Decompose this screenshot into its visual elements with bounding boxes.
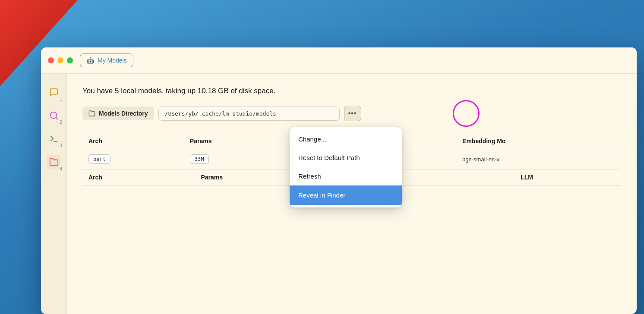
folder-small-icon — [88, 110, 95, 117]
tab-label: My Models — [98, 57, 127, 64]
disk-info-text: You have 5 local models, taking up 10.18… — [82, 87, 621, 95]
search-icon — [49, 111, 59, 120]
sidebar-item-chat[interactable]: 1 — [41, 81, 66, 104]
terminal-icon-wrap — [47, 132, 61, 146]
cell-params: 33M — [184, 149, 285, 170]
llm-col-type: LLM — [515, 170, 621, 185]
params-badge: 33M — [190, 154, 209, 164]
search-icon-wrap — [47, 108, 61, 123]
more-dots-label: ••• — [348, 110, 357, 117]
folder-icon-wrap — [47, 155, 61, 170]
sidebar-item-search[interactable]: 2 — [41, 104, 66, 127]
dropdown-item-reset[interactable]: Reset to Default Path — [290, 148, 402, 167]
cell-arch: bert — [82, 149, 184, 170]
close-button[interactable] — [48, 57, 54, 63]
more-options-button[interactable]: ••• — [344, 106, 361, 121]
sidebar-badge-terminal: 3 — [60, 143, 62, 148]
window-controls — [48, 57, 73, 63]
window-body: 1 2 3 — [41, 74, 637, 314]
cell-embedding: bge-small-en-v — [456, 149, 621, 170]
minimize-button[interactable] — [57, 57, 63, 63]
svg-line-1 — [56, 117, 57, 119]
title-bar: 🤖 My Models — [41, 47, 637, 74]
directory-row: Models Directory /Users/yb/.cache/lm-stu… — [82, 106, 621, 121]
col-params: Params — [184, 133, 285, 149]
sidebar-item-terminal[interactable]: 3 — [41, 127, 66, 151]
sidebar-badge-chat: 1 — [60, 97, 62, 101]
main-content: You have 5 local models, taking up 10.18… — [67, 74, 637, 314]
chat-icon-wrap — [47, 85, 61, 100]
dropdown-item-reveal[interactable]: Reveal in Finder ➜ — [290, 185, 402, 205]
col-arch: Arch — [82, 133, 184, 149]
terminal-icon — [49, 134, 59, 144]
dropdown-menu: Change... Reset to Default Path Refresh … — [290, 127, 402, 207]
my-models-tab[interactable]: 🤖 My Models — [80, 53, 133, 67]
col-embedding: Embedding Mo — [456, 133, 621, 149]
chat-icon — [49, 88, 59, 97]
sidebar-badge-folder: 4 — [60, 166, 62, 171]
folder-icon — [49, 157, 59, 167]
directory-path: /Users/yb/.cache/lm-studio/models — [158, 107, 340, 121]
highlight-circle — [453, 100, 480, 127]
llm-col-arch: Arch — [82, 170, 195, 185]
dropdown-item-refresh[interactable]: Refresh — [290, 167, 402, 185]
dropdown-item-change[interactable]: Change... — [290, 130, 402, 148]
sidebar-badge-search: 2 — [60, 120, 62, 125]
sidebar-item-folder[interactable]: 4 — [41, 151, 66, 174]
robot-icon: 🤖 — [86, 57, 95, 64]
maximize-button[interactable] — [67, 57, 73, 63]
arch-badge: bert — [88, 154, 110, 164]
models-directory-label: Models Directory — [82, 107, 154, 120]
app-window: 🤖 My Models 1 — [41, 47, 637, 314]
sidebar: 1 2 3 — [41, 74, 67, 314]
